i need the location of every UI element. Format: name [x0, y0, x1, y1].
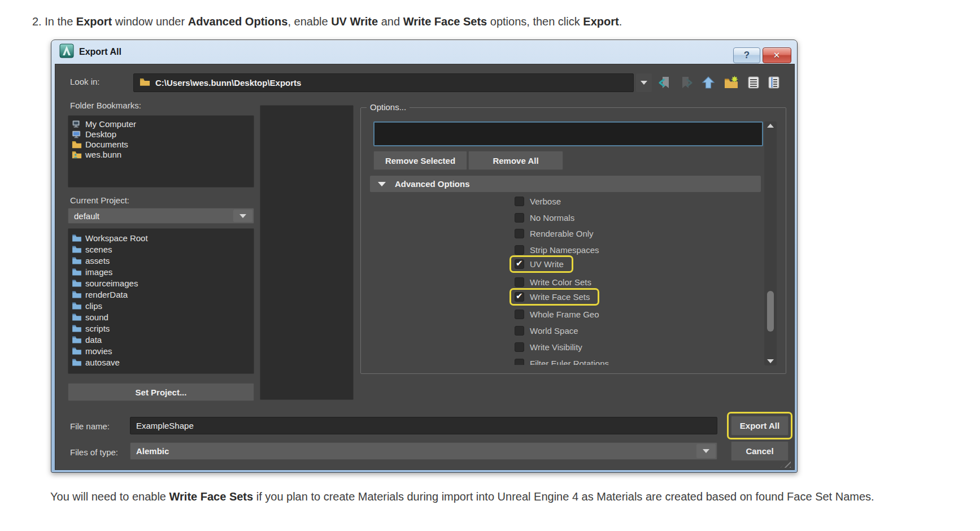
- folder-item-movies[interactable]: movies: [68, 345, 254, 356]
- help-button[interactable]: ?: [733, 47, 760, 63]
- checkbox-renderable-only[interactable]: [515, 229, 524, 238]
- current-project-dropdown[interactable]: default: [68, 208, 254, 224]
- window-title: Export All: [79, 47, 121, 57]
- export-all-dialog: Export All ? ✕ Look in: C:\Users\wes.bun…: [51, 40, 798, 473]
- remove-selected-button[interactable]: Remove Selected: [373, 151, 467, 170]
- new-folder-icon: [724, 75, 739, 90]
- user-folder-icon: [72, 150, 82, 159]
- folder-item-workspace-root[interactable]: Workspace Root: [68, 232, 254, 243]
- option-row-uv-write[interactable]: UV Write: [509, 255, 573, 273]
- project-folder-list[interactable]: Workspace Root scenes assets images sour…: [68, 228, 254, 374]
- checkbox-verbose[interactable]: [515, 197, 524, 206]
- bookmark-back-button[interactable]: [656, 75, 672, 90]
- chevron-down-icon[interactable]: [233, 210, 252, 222]
- option-row-verbose[interactable]: Verbose: [515, 195, 561, 207]
- close-button[interactable]: ✕: [763, 47, 791, 63]
- folder-item-sound[interactable]: sound: [68, 311, 254, 323]
- checkbox-strip-namespaces[interactable]: [515, 245, 524, 255]
- export-all-button[interactable]: Export All: [731, 416, 789, 436]
- documentation-page: 2. In the Export window under Advanced O…: [0, 0, 980, 531]
- new-folder-button[interactable]: [723, 75, 739, 90]
- scroll-down-icon[interactable]: [767, 359, 774, 363]
- option-row-world-space[interactable]: World Space: [515, 325, 578, 336]
- bookmark-forward-button[interactable]: [679, 75, 695, 90]
- details-view-icon: [766, 75, 781, 90]
- file-name-value: ExampleShape: [136, 421, 194, 430]
- current-project-label: Current Project:: [70, 195, 129, 205]
- bookmark-back-icon: [657, 75, 672, 90]
- title-bar[interactable]: Export All: [51, 40, 797, 64]
- file-name-input[interactable]: ExampleShape: [130, 417, 717, 434]
- export-selection-list[interactable]: [373, 121, 763, 146]
- blue-folder-icon: [72, 268, 82, 276]
- look-in-label: Look in:: [70, 77, 100, 86]
- checkbox-filter-euler-rotations[interactable]: [515, 359, 524, 365]
- folder-item-assets[interactable]: assets: [68, 255, 254, 266]
- options-scrollbar[interactable]: [764, 121, 777, 365]
- option-row-write-color-sets[interactable]: Write Color Sets: [515, 276, 591, 288]
- blue-folder-icon: [72, 358, 82, 366]
- up-arrow-icon: [701, 75, 716, 90]
- folder-item-clips[interactable]: clips: [68, 300, 254, 311]
- scroll-up-icon[interactable]: [767, 124, 774, 128]
- folder-bookmarks-label: Folder Bookmarks:: [70, 101, 141, 110]
- list-view-button[interactable]: [746, 75, 761, 90]
- bookmark-item-documents[interactable]: Documents: [68, 139, 254, 149]
- checkbox-no-normals[interactable]: [515, 213, 524, 223]
- blue-folder-icon: [72, 302, 82, 310]
- checkbox-write-visibility[interactable]: [515, 342, 524, 352]
- maya-icon: [59, 43, 74, 60]
- option-row-renderable-only[interactable]: Renderable Only: [515, 228, 594, 239]
- blue-folder-icon: [72, 245, 82, 253]
- path-dropdown-button[interactable]: [636, 73, 652, 92]
- folder-item-sourceimages[interactable]: sourceimages: [68, 277, 254, 289]
- desktop-icon: [72, 130, 82, 138]
- cancel-button[interactable]: Cancel: [731, 441, 789, 461]
- bookmark-item-desktop[interactable]: Desktop: [68, 129, 254, 139]
- checkbox-write-face-sets[interactable]: [515, 292, 524, 302]
- checkbox-whole-frame-geo[interactable]: [515, 310, 524, 319]
- files-of-type-value: Alembic: [136, 446, 169, 456]
- folder-item-scripts[interactable]: scripts: [68, 323, 254, 334]
- remove-all-button[interactable]: Remove All: [468, 151, 563, 170]
- set-project-button[interactable]: Set Project...: [68, 383, 254, 401]
- details-view-button[interactable]: [766, 75, 782, 90]
- option-row-strip-namespaces[interactable]: Strip Namespaces: [515, 244, 599, 255]
- bookmark-item-my-computer[interactable]: My Computer: [68, 119, 254, 129]
- checkbox-world-space[interactable]: [515, 326, 524, 336]
- folder-icon: [140, 77, 150, 88]
- option-row-filter-euler-rotations-clipped[interactable]: Filter Euler Rotations: [515, 358, 609, 365]
- file-display-panel[interactable]: [260, 105, 354, 400]
- footer-note-text: You will need to enable Write Face Sets …: [50, 490, 874, 503]
- option-row-write-face-sets[interactable]: Write Face Sets: [509, 288, 599, 306]
- folder-item-autosave[interactable]: autosave: [68, 356, 254, 368]
- my-computer-icon: [72, 120, 82, 128]
- option-row-whole-frame-geo[interactable]: Whole Frame Geo: [515, 308, 599, 320]
- instruction-text: 2. In the Export window under Advanced O…: [32, 15, 622, 28]
- folder-icon: [72, 140, 82, 149]
- folder-item-data[interactable]: data: [68, 334, 254, 345]
- scrollbar-thumb[interactable]: [767, 291, 774, 332]
- blue-folder-icon: [72, 336, 82, 343]
- list-view-icon: [746, 75, 761, 90]
- folder-bookmarks-list[interactable]: My Computer Desktop Documents wes.bunn: [68, 115, 254, 188]
- current-project-value: default: [74, 211, 99, 221]
- checkbox-uv-write[interactable]: [515, 259, 524, 269]
- files-of-type-dropdown[interactable]: Alembic: [130, 442, 717, 460]
- option-row-write-visibility[interactable]: Write Visibility: [515, 341, 582, 352]
- chevron-down-icon[interactable]: [696, 444, 716, 458]
- path-field[interactable]: C:\Users\wes.bunn\Desktop\Exports: [133, 73, 634, 92]
- advanced-options-header[interactable]: Advanced Options: [370, 176, 761, 192]
- options-group: Options... Remove Selected Remove All Ad…: [360, 107, 786, 374]
- folder-item-images[interactable]: images: [68, 266, 254, 277]
- folder-item-scenes[interactable]: scenes: [68, 243, 254, 255]
- advanced-options-label: Advanced Options: [395, 179, 470, 189]
- blue-folder-icon: [72, 347, 82, 355]
- up-directory-button[interactable]: [700, 75, 716, 90]
- folder-item-renderdata[interactable]: renderData: [68, 289, 254, 300]
- dialog-client-area: Look in: C:\Users\wes.bunn\Desktop\Expor…: [55, 64, 795, 470]
- bookmark-item-wes-bunn[interactable]: wes.bunn: [68, 149, 254, 159]
- checkbox-write-color-sets[interactable]: [515, 277, 524, 287]
- collapse-triangle-icon[interactable]: [378, 182, 386, 186]
- option-row-no-normals[interactable]: No Normals: [515, 212, 574, 223]
